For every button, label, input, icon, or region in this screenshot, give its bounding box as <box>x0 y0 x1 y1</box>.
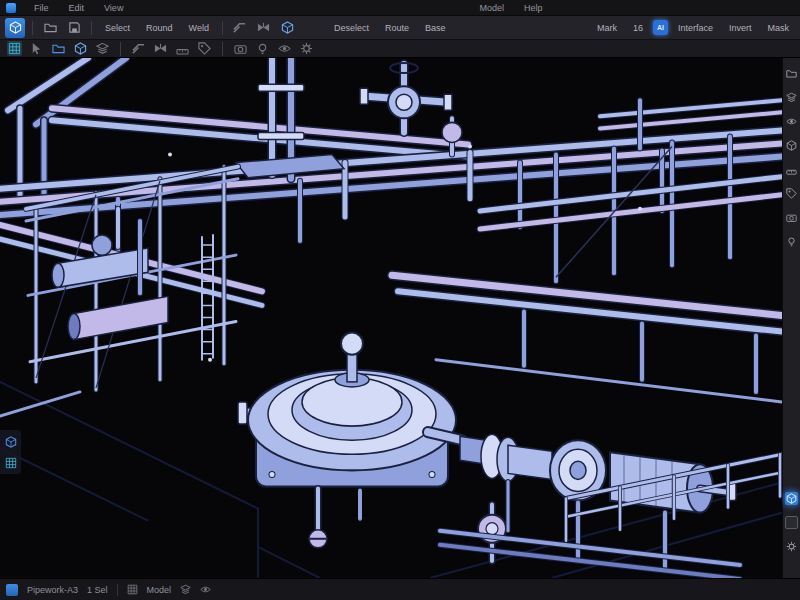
visibility-button[interactable] <box>277 41 292 56</box>
right-panel-strip <box>782 58 800 578</box>
layers-icon <box>96 42 109 55</box>
base-button[interactable]: Base <box>419 19 452 37</box>
app-logo-icon <box>6 3 16 13</box>
lighting-panel-button[interactable] <box>785 235 798 248</box>
toolbar-separator <box>222 21 223 35</box>
camera-icon <box>234 42 247 55</box>
count-label: 16 <box>633 23 643 33</box>
menu-file[interactable]: File <box>32 3 51 13</box>
cube-icon <box>281 21 294 34</box>
folder-icon <box>52 42 65 55</box>
menu-help[interactable]: Help <box>522 3 545 13</box>
tag-button[interactable] <box>197 41 212 56</box>
mark-button[interactable]: Mark <box>591 19 623 37</box>
pipe-icon <box>132 42 145 55</box>
floating-tool-group <box>0 430 21 474</box>
select-button[interactable]: Select <box>99 19 136 37</box>
cube-tool-button[interactable] <box>278 19 298 37</box>
eye-icon <box>786 116 797 127</box>
toolbar-separator <box>222 42 223 56</box>
measure-button[interactable] <box>175 41 190 56</box>
toolbar-separator <box>32 21 33 35</box>
views-panel-button[interactable] <box>785 211 798 224</box>
grid-icon <box>8 42 21 55</box>
mask-button[interactable]: Mask <box>761 19 795 37</box>
menu-edit[interactable]: Edit <box>67 3 87 13</box>
ai-panel-button[interactable] <box>785 492 798 505</box>
main-area: .pd{stroke:#1b2240;stroke-linecap:round}… <box>0 58 800 578</box>
light-icon <box>786 236 797 247</box>
light-icon <box>256 42 269 55</box>
mode-indicator[interactable]: Model <box>147 585 172 595</box>
statusbar-separator <box>117 584 118 596</box>
cube-icon <box>74 42 87 55</box>
model-panel-button[interactable] <box>785 139 798 152</box>
measure-panel-button[interactable] <box>785 163 798 176</box>
menu-view[interactable]: View <box>102 3 125 13</box>
snap-grid-button[interactable] <box>3 455 18 470</box>
viewport-canvas[interactable]: .pd{stroke:#1b2240;stroke-linecap:round}… <box>0 58 782 578</box>
wireframe-scene: .pd{stroke:#1b2240;stroke-linecap:round}… <box>0 58 782 578</box>
pipe-tool-button[interactable] <box>230 19 250 37</box>
interface-label: Interface <box>678 23 713 33</box>
layers-icon <box>786 92 797 103</box>
lighting-button[interactable] <box>255 41 270 56</box>
cube-icon <box>786 140 797 151</box>
deselect-button[interactable]: Deselect <box>328 19 375 37</box>
select-label: Select <box>105 23 130 33</box>
open-model-button[interactable] <box>51 41 66 56</box>
folder-icon <box>786 68 797 79</box>
save-button[interactable] <box>64 19 84 37</box>
ruler-icon <box>176 42 189 55</box>
cube-icon <box>9 21 22 34</box>
status-bar: Pipework-A3 1 Sel Model <box>0 578 800 600</box>
folder-icon <box>44 21 57 34</box>
round-label: Round <box>146 23 173 33</box>
cursor-tool-button[interactable] <box>29 41 44 56</box>
settings-button[interactable] <box>299 41 314 56</box>
explorer-panel-button[interactable] <box>785 67 798 80</box>
open-button[interactable] <box>40 19 60 37</box>
gear-icon <box>786 541 797 552</box>
toolbar-separator <box>91 21 92 35</box>
app-home-button[interactable] <box>5 18 25 38</box>
tag-icon <box>198 42 211 55</box>
cursor-icon <box>30 42 43 55</box>
visibility-panel-button[interactable] <box>785 115 798 128</box>
invert-button[interactable]: Invert <box>723 19 758 37</box>
pipe-route-button[interactable] <box>131 41 146 56</box>
layers-button[interactable] <box>95 41 110 56</box>
valve-insert-button[interactable] <box>153 41 168 56</box>
camera-button[interactable] <box>233 41 248 56</box>
layers-panel-button[interactable] <box>785 91 798 104</box>
secondary-toolbar <box>0 40 800 58</box>
eye-icon[interactable] <box>200 584 211 595</box>
menu-model[interactable]: Model <box>477 3 506 13</box>
route-button[interactable]: Route <box>379 19 415 37</box>
valve-icon <box>257 21 270 34</box>
interface-button[interactable]: Interface <box>672 19 719 37</box>
valve-tool-button[interactable] <box>254 19 274 37</box>
grid-icon[interactable] <box>127 584 138 595</box>
settings-panel-button[interactable] <box>785 540 798 553</box>
view-cube-button[interactable] <box>3 434 18 449</box>
tags-panel-button[interactable] <box>785 187 798 200</box>
ai-assist-button[interactable]: AI <box>653 20 668 35</box>
app-window: File Edit View Model Help Select Round W… <box>0 0 800 600</box>
tag-icon <box>786 188 797 199</box>
route-label: Route <box>385 23 409 33</box>
layers-icon[interactable] <box>180 584 191 595</box>
grid-toggle-button[interactable] <box>7 41 22 56</box>
weld-label: Weld <box>189 23 209 33</box>
count-indicator: 16 <box>627 19 649 37</box>
grid-icon <box>5 457 17 469</box>
gear-icon <box>300 42 313 55</box>
insert-cube-button[interactable] <box>73 41 88 56</box>
eye-icon <box>278 42 291 55</box>
valve-icon <box>154 42 167 55</box>
round-button[interactable]: Round <box>140 19 179 37</box>
cube-icon <box>5 436 17 448</box>
ruler-icon <box>786 164 797 175</box>
weld-button[interactable]: Weld <box>183 19 215 37</box>
snapshot-panel-button[interactable] <box>785 516 798 529</box>
